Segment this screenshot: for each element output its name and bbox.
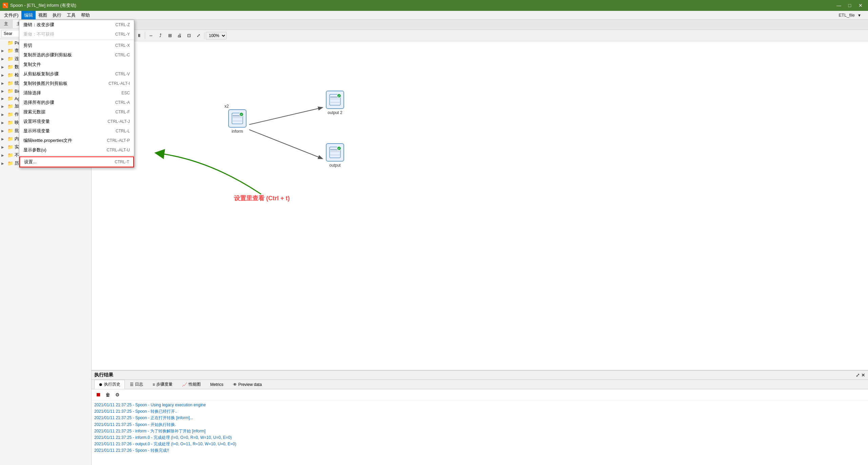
minimize-button[interactable]: — (834, 2, 844, 9)
exec-panel: 执行结果 ⤢ ✕ ⏺ 执行历史 ☰ 日志 ≡ 步骤度量 (92, 370, 868, 465)
log-line-6: 2021/01/11 21:37:25 - inform.0 - 完成处理 (I… (94, 434, 865, 441)
svg-rect-6 (233, 120, 242, 122)
stop-button[interactable]: ⏹ (94, 391, 102, 399)
log-line-5: 2021/01/11 21:37:25 - inform - 为了转换解除补丁开… (94, 428, 865, 434)
menu-edit[interactable]: 编辑 (21, 11, 36, 19)
etl-dropdown-icon[interactable]: ▼ (857, 13, 861, 17)
exec-tab-log[interactable]: ☰ 日志 (125, 380, 147, 389)
node-output2-label: output 2 (328, 110, 342, 115)
expand-icon: ▶ (1, 49, 6, 53)
svg-rect-11 (330, 98, 340, 99)
step-copy-button[interactable]: ⊞ (165, 31, 174, 40)
svg-text:✓: ✓ (338, 94, 340, 98)
log-line-1: 2021/01/11 21:37:25 - Spoon - Using lega… (94, 402, 865, 408)
tab-main-tree[interactable]: 主 (0, 20, 13, 28)
exec-tab-steps[interactable]: ≡ 步骤度量 (148, 380, 177, 389)
node-inform-label: inform (232, 129, 243, 134)
exec-tab-history-label: 执行历史 (104, 382, 120, 387)
menu-bar: 文件(F) 编辑 视图 执行 工具 帮助 ETL_file ▼ (0, 11, 868, 20)
expand-button[interactable]: ⤢ (194, 31, 203, 40)
svg-line-0 (249, 108, 322, 125)
expand-icon: ▶ (1, 65, 6, 69)
exec-tab-perf[interactable]: 📈 性能图 (178, 380, 205, 389)
node-inform[interactable]: x2 ✓ inform (224, 109, 251, 134)
toolbar-separator-2 (145, 32, 145, 39)
expand-exec-button[interactable]: ⤢ (856, 372, 860, 378)
expand-icon: ▶ (1, 113, 6, 116)
menu-cut-label: 剪切 (23, 42, 32, 49)
exec-header-controls: ⤢ ✕ (856, 372, 865, 378)
node-output[interactable]: ✓ output (321, 143, 349, 168)
menu-show-params[interactable]: 显示参数(u) CTRL-ALT-U (19, 145, 134, 155)
menu-show-env[interactable]: 显示环境变量 CTRL-L (19, 126, 134, 136)
exec-tab-preview[interactable]: 👁 Preview data (229, 380, 266, 389)
node-inform-icon: ✓ (228, 109, 246, 128)
menu-edit-kettle-shortcut: CTRL-ALT-P (107, 138, 130, 143)
tab-bar: ✦ inform ✕ (92, 20, 868, 30)
menu-view[interactable]: 视图 (36, 11, 50, 19)
menu-edit-kettle[interactable]: 编辑kettle.properties文件 CTRL-ALT-P (19, 136, 134, 145)
menu-help[interactable]: 帮助 (78, 11, 93, 19)
expand-icon: ▶ (1, 153, 6, 157)
hop-button[interactable]: ↔ (146, 31, 155, 40)
clear-button[interactable]: 🗑 (104, 391, 112, 399)
exec-toolbar: ⏹ 🗑 ⚙ (92, 389, 868, 401)
menu-file[interactable]: 文件(F) (1, 11, 21, 19)
menu-set-env[interactable]: 设置环境变量 CTRL-ALT-J (19, 117, 134, 126)
settings-button[interactable]: ⚙ (113, 391, 121, 399)
menu-copy-file[interactable]: 复制文件 (19, 60, 134, 69)
exec-tab-preview-label: Preview data (238, 382, 262, 387)
exec-tab-perf-icon: 📈 (182, 382, 187, 387)
menu-copy-steps[interactable]: 复制所选的步骤到剪贴板 CTRL-C (19, 50, 134, 60)
table-icon: ✓ (329, 146, 341, 159)
pause-button[interactable]: ⏸ (135, 31, 143, 40)
exec-tabs: ⏺ 执行历史 ☰ 日志 ≡ 步骤度量 📈 性能图 Metrics (92, 380, 868, 389)
menu-settings-label: 设置... (24, 159, 37, 165)
content-area: ✦ inform ✕ ↖ ▭ 👁 ▶ ⏸ ↔ ⤴ ⊞ 🖨 ⊡ ⤢ 50% 75% (92, 20, 868, 465)
folder-icon: 📁 (7, 152, 13, 158)
exec-tab-history[interactable]: ⏺ 执行历史 (94, 380, 125, 389)
hop-type-button[interactable]: ⤴ (156, 31, 165, 40)
menu-clear-select-label: 清除选择 (23, 90, 41, 96)
window-title: Spoon - [ETL_file] inform (有变动) (10, 2, 76, 8)
menu-cut[interactable]: 剪切 CTRL-X (19, 41, 134, 50)
menu-redo: 重做：不可获得 CTRL-Y (19, 30, 134, 39)
menu-copy-file-label: 复制文件 (23, 61, 41, 68)
toolbar-separator-3 (204, 32, 204, 39)
menu-search-meta-shortcut: CTRL-F (115, 110, 130, 114)
menu-copy-image[interactable]: 复制转换图片到剪贴板 CTRL-ALT-I (19, 79, 134, 88)
menu-undo[interactable]: 撤销：改变步骤 CTRL-Z (19, 20, 134, 30)
menu-execute[interactable]: 执行 (50, 11, 64, 19)
annotation-arrow (92, 41, 868, 370)
log-line-7: 2021/01/11 21:37:26 - output.0 - 完成处理 (I… (94, 441, 865, 447)
node-output2[interactable]: ✓ output 2 (321, 91, 349, 115)
expand-icon: ▶ (1, 73, 6, 77)
align-button[interactable]: ⊡ (184, 31, 193, 40)
menu-copy-image-label: 复制转换图片到剪贴板 (23, 80, 67, 87)
menu-settings[interactable]: 设置... CTRL-T (19, 156, 134, 167)
folder-icon: 📁 (7, 104, 13, 109)
menu-select-all-shortcut: CTRL-A (115, 100, 130, 105)
maximize-button[interactable]: □ (845, 2, 854, 9)
exec-tab-metrics[interactable]: Metrics (206, 380, 228, 389)
menu-select-all[interactable]: 选择所有的步骤 CTRL-A (19, 98, 134, 107)
menu-clear-select[interactable]: 清除选择 ESC (19, 88, 134, 98)
zoom-select[interactable]: 50% 75% 100% 150% 200% (206, 32, 226, 39)
etl-file-label: ETL_file (839, 13, 855, 18)
exec-title: 执行结果 (94, 372, 113, 378)
close-exec-button[interactable]: ✕ (861, 372, 865, 378)
expand-icon: ▶ (1, 81, 6, 85)
menu-search-meta[interactable]: 搜索元数据 CTRL-F (19, 107, 134, 117)
app-icon: 🥄 (3, 3, 8, 8)
canvas[interactable]: x2 ✓ inform (92, 41, 868, 370)
folder-icon: 📁 (7, 96, 13, 101)
close-button[interactable]: ✕ (856, 2, 865, 9)
menu-show-params-shortcut: CTRL-ALT-U (107, 148, 130, 152)
print-button[interactable]: 🖨 (175, 31, 184, 40)
expand-icon: ▶ (1, 137, 6, 141)
canvas-toolbar: ↖ ▭ 👁 ▶ ⏸ ↔ ⤴ ⊞ 🖨 ⊡ ⤢ 50% 75% 100% 150% … (92, 30, 868, 41)
menu-paste[interactable]: 从剪贴板复制步骤 CTRL-V (19, 69, 134, 79)
menu-tools[interactable]: 工具 (64, 11, 78, 19)
folder-icon: 📁 (7, 120, 13, 125)
exec-tab-steps-icon: ≡ (153, 382, 155, 387)
